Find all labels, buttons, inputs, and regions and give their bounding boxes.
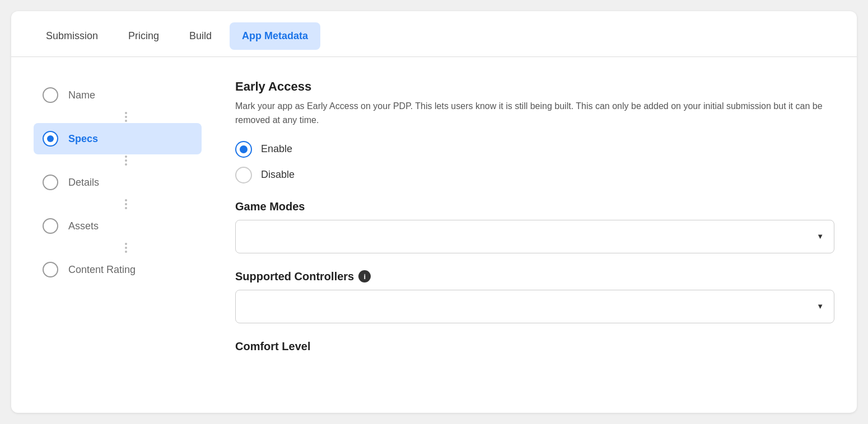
sidebar-item-content-rating[interactable]: Content Rating — [34, 254, 202, 285]
supported-controllers-section: Supported Controllers i ▼ — [235, 270, 834, 323]
details-radio-circle — [43, 175, 58, 190]
supported-controllers-text: Supported Controllers — [235, 270, 354, 283]
dot — [125, 163, 127, 166]
game-modes-section: Game Modes ▼ — [235, 200, 834, 253]
sidebar-item-name[interactable]: Name — [34, 79, 202, 111]
specs-radio-circle — [43, 131, 58, 147]
content-area: Name Specs Details — [11, 57, 857, 375]
sidebar-item-details-label: Details — [68, 177, 99, 189]
dot — [125, 203, 127, 205]
enable-radio[interactable] — [235, 141, 252, 158]
dot — [125, 159, 127, 162]
sidebar-item-assets-label: Assets — [68, 220, 99, 232]
game-modes-dropdown-arrow: ▼ — [816, 232, 824, 241]
dot — [125, 207, 127, 209]
dot — [125, 247, 127, 249]
dot — [125, 112, 127, 114]
connector-1 — [50, 111, 202, 123]
tabs-bar: Submission Pricing Build App Metadata — [11, 11, 857, 50]
sidebar-item-content-rating-label: Content Rating — [68, 264, 136, 276]
option-enable[interactable]: Enable — [235, 141, 834, 158]
tab-build[interactable]: Build — [177, 22, 224, 50]
sidebar-item-details[interactable]: Details — [34, 167, 202, 198]
sidebar-item-specs-label: Specs — [68, 133, 98, 145]
tab-submission[interactable]: Submission — [34, 22, 110, 50]
supported-controllers-dropdown-arrow: ▼ — [816, 302, 824, 310]
sidebar-item-specs[interactable]: Specs — [34, 123, 202, 154]
dot — [125, 199, 127, 201]
supported-controllers-label: Supported Controllers i — [235, 270, 834, 283]
connector-2 — [50, 154, 202, 167]
game-modes-label: Game Modes — [235, 200, 834, 213]
enable-label: Enable — [261, 143, 292, 155]
comfort-level-title: Comfort Level — [235, 340, 834, 353]
supported-controllers-info-icon[interactable]: i — [358, 270, 371, 282]
dot — [125, 156, 127, 158]
content-rating-radio-circle — [43, 262, 58, 277]
tab-app-metadata[interactable]: App Metadata — [230, 22, 320, 50]
name-radio-circle — [43, 87, 58, 103]
disable-label: Disable — [261, 169, 295, 181]
sidebar-item-name-label: Name — [68, 89, 95, 101]
early-access-description: Mark your app as Early Access on your PD… — [235, 100, 823, 128]
option-disable[interactable]: Disable — [235, 167, 834, 183]
sidebar-item-assets[interactable]: Assets — [34, 210, 202, 242]
dot — [125, 120, 127, 122]
main-card: Submission Pricing Build App Metadata Na… — [11, 11, 857, 413]
disable-radio[interactable] — [235, 167, 252, 183]
main-panel: Early Access Mark your app as Early Acce… — [202, 74, 834, 353]
early-access-title: Early Access — [235, 79, 834, 94]
dot — [125, 116, 127, 118]
tab-pricing[interactable]: Pricing — [116, 22, 171, 50]
sidebar: Name Specs Details — [34, 74, 202, 353]
connector-3 — [50, 198, 202, 210]
dot — [125, 251, 127, 253]
assets-radio-circle — [43, 218, 58, 234]
dot — [125, 243, 127, 245]
supported-controllers-dropdown[interactable]: ▼ — [235, 290, 834, 323]
game-modes-dropdown[interactable]: ▼ — [235, 220, 834, 253]
connector-4 — [50, 242, 202, 254]
